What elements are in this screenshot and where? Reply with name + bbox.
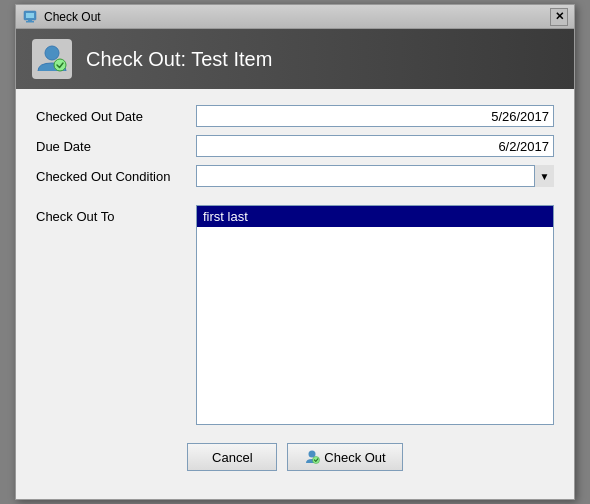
svg-point-6 (309, 451, 316, 458)
title-bar: Check Out ✕ (16, 5, 574, 29)
cancel-label: Cancel (212, 450, 252, 465)
checked-out-date-label: Checked Out Date (36, 109, 196, 124)
list-item-selected[interactable]: first last (197, 206, 553, 227)
condition-select-wrapper: Good Fair Poor ▼ (196, 165, 554, 187)
checked-out-condition-row: Checked Out Condition Good Fair Poor ▼ (36, 165, 554, 187)
svg-point-4 (45, 46, 59, 60)
checked-out-date-input[interactable] (196, 105, 554, 127)
checkout-to-list[interactable]: first last (196, 205, 554, 425)
title-bar-text: Check Out (44, 10, 101, 24)
dialog-header: Check Out: Test Item (16, 29, 574, 89)
checkout-to-label: Check Out To (36, 205, 196, 224)
title-bar-left: Check Out (22, 9, 101, 25)
dialog-content: Checked Out Date Due Date Checked Out Co… (16, 89, 574, 499)
due-date-input[interactable] (196, 135, 554, 157)
dialog-title: Check Out: Test Item (86, 48, 272, 71)
checked-out-condition-label: Checked Out Condition (36, 169, 196, 184)
due-date-label: Due Date (36, 139, 196, 154)
svg-rect-3 (28, 19, 32, 21)
svg-point-7 (313, 457, 320, 464)
svg-point-5 (54, 59, 66, 71)
window-icon (22, 9, 38, 25)
checkout-btn-icon (304, 449, 320, 465)
due-date-row: Due Date (36, 135, 554, 157)
checkout-dialog: Check Out ✕ Check Out: Test Item Checked… (15, 4, 575, 500)
spacer (36, 195, 554, 205)
checkout-label: Check Out (324, 450, 385, 465)
buttons-row: Cancel Check Out (36, 435, 554, 483)
checkout-to-row: Check Out To first last (36, 205, 554, 425)
close-button[interactable]: ✕ (550, 8, 568, 26)
checkout-icon (32, 39, 72, 79)
svg-rect-2 (26, 21, 34, 23)
condition-select[interactable]: Good Fair Poor (196, 165, 554, 187)
checkout-button[interactable]: Check Out (287, 443, 402, 471)
cancel-button[interactable]: Cancel (187, 443, 277, 471)
svg-rect-1 (26, 13, 34, 18)
checked-out-date-row: Checked Out Date (36, 105, 554, 127)
